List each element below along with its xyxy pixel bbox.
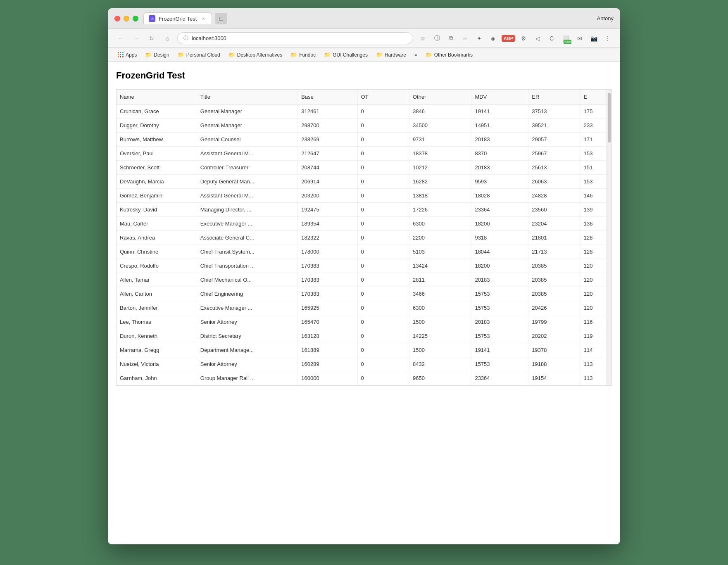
cell-name: Schroeder, Scott	[117, 161, 197, 175]
bookmark-design[interactable]: 📁 Design	[142, 50, 172, 59]
table-row: Quinn, ChristineChief Transit System...1…	[117, 245, 611, 259]
cell-name: Gomez, Benjamin	[117, 189, 197, 203]
cell-er: 23560	[528, 203, 580, 217]
minimize-button[interactable]	[124, 16, 129, 21]
col-header-name: Name	[117, 90, 197, 104]
cell-mdv: 14951	[471, 119, 528, 133]
table-row: Dugger, DorothyGeneral Manager2987000345…	[117, 119, 611, 133]
data-grid: Name Title Base OT Other MDV ER E Crunic…	[116, 89, 612, 386]
cell-mdv: 18044	[471, 245, 528, 259]
bookmark-fundoc[interactable]: 📁 Fundoc	[287, 50, 319, 59]
cell-title: District Secretary	[197, 329, 298, 343]
tab-title: FrozenGrid Test	[159, 16, 197, 22]
cell-title: Deputy General Man...	[197, 175, 298, 189]
cell-base: 170383	[298, 287, 357, 301]
cell-er: 20426	[528, 301, 580, 315]
forward-button[interactable]: →	[130, 33, 142, 44]
cell-ot: 0	[357, 245, 409, 259]
cell-base: 170383	[298, 273, 357, 287]
copy-icon[interactable]: ⧉	[445, 33, 457, 44]
camera-icon[interactable]: 📷	[588, 33, 600, 44]
folder-icon: 📁	[178, 52, 184, 58]
bookmark-star-icon[interactable]: ☆	[417, 33, 429, 44]
cell-mdv: 15753	[471, 329, 528, 343]
cell-name: Oversier, Paul	[117, 147, 197, 161]
back-nav-icon[interactable]: ◁	[532, 33, 543, 44]
extensions-icon[interactable]: ⚙	[518, 33, 529, 44]
new-icon[interactable]: ⬜ new	[560, 33, 571, 44]
cell-ot: 0	[357, 357, 409, 371]
cell-title: Chief Transit System...	[197, 245, 298, 259]
cell-er: 19799	[528, 315, 580, 329]
maximize-button[interactable]	[133, 16, 138, 21]
pocket-icon[interactable]: ◈	[488, 33, 499, 44]
apps-icon	[118, 52, 124, 58]
url-bar[interactable]: ⓘ localhost:3000	[177, 32, 413, 44]
cell-title: Senior Attorney	[197, 357, 298, 371]
cell-title: Assistant General M...	[197, 147, 298, 161]
cell-base: 165925	[298, 301, 357, 315]
mail-icon[interactable]: ✉	[574, 33, 585, 44]
back-button[interactable]: ←	[114, 33, 126, 44]
c-icon[interactable]: C	[546, 33, 557, 44]
cell-er: 25967	[528, 147, 580, 161]
menu-button[interactable]: ⋮	[602, 33, 614, 44]
cell-base: 298700	[298, 119, 357, 133]
cell-base: 178000	[298, 245, 357, 259]
reload-button[interactable]: ↻	[146, 33, 157, 44]
home-button[interactable]: ⌂	[162, 33, 173, 44]
bookmark-other[interactable]: 📁 Other Bookmarks	[422, 50, 476, 59]
vertical-scrollbar[interactable]	[607, 90, 611, 385]
cell-base: 238269	[298, 133, 357, 147]
active-tab[interactable]: ⚛ FrozenGrid Test ×	[143, 12, 212, 24]
folder-icon: 📁	[290, 52, 297, 58]
cell-mdv: 9318	[471, 231, 528, 245]
browser-window: ⚛ FrozenGrid Test × □ Antony ← → ↻ ⌂ ⓘ l…	[108, 8, 620, 544]
bookmark-hardware[interactable]: 📁 Hardware	[373, 50, 409, 59]
cell-mdv: 20183	[471, 315, 528, 329]
bookmark-personal-cloud[interactable]: 📁 Personal Cloud	[174, 50, 224, 59]
bookmark-more[interactable]: »	[411, 51, 421, 59]
cell-er: 20385	[528, 259, 580, 273]
close-button[interactable]	[114, 16, 120, 21]
cell-name: Dugger, Dorothy	[117, 119, 197, 133]
user-label: Antony	[597, 15, 614, 21]
bookmark-gui-challenges-label: GUI Challenges	[333, 52, 368, 58]
cell-base: 160000	[298, 371, 357, 385]
cell-name: Allen, Tamar	[117, 273, 197, 287]
cell-other: 10212	[409, 161, 471, 175]
table-row: Kutrosky, DavidManaging Director, ...192…	[117, 203, 611, 217]
page-title: FrozenGrid Test	[116, 70, 612, 81]
cell-other: 14225	[409, 329, 471, 343]
table-row: Allen, CarltonChief Engineering170383034…	[117, 287, 611, 301]
bookmark-apps[interactable]: Apps	[114, 51, 140, 59]
select-icon[interactable]: ✦	[473, 33, 485, 44]
cell-mdv: 23364	[471, 371, 528, 385]
bookmark-design-label: Design	[154, 52, 169, 58]
cell-base: 161889	[298, 343, 357, 357]
cell-name: Mau, Carter	[117, 217, 197, 231]
table-row: Duron, KennethDistrict Secretary16312801…	[117, 329, 611, 343]
info-icon[interactable]: ⓘ	[431, 33, 443, 44]
cell-other: 6300	[409, 301, 471, 315]
cell-base: 312461	[298, 104, 357, 119]
tab-close-button[interactable]: ×	[200, 15, 207, 22]
table-row: Schroeder, ScottController-Treasurer2087…	[117, 161, 611, 175]
col-header-title: Title	[197, 90, 298, 104]
cell-ot: 0	[357, 315, 409, 329]
screen-icon[interactable]: ▭	[459, 33, 471, 44]
cell-name: Nuetzel, Victoria	[117, 357, 197, 371]
bookmark-desktop-alternatives[interactable]: 📁 Desktop Alternatives	[225, 50, 285, 59]
cell-ot: 0	[357, 343, 409, 357]
folder-icon: 📁	[228, 52, 235, 58]
cell-other: 16282	[409, 175, 471, 189]
cell-other: 13424	[409, 259, 471, 273]
table-row: Marrama, GreggDepartment Manage...161889…	[117, 343, 611, 357]
adblock-badge[interactable]: ABP	[502, 35, 515, 42]
new-tab-button[interactable]: □	[215, 13, 227, 24]
scrollbar-thumb[interactable]	[608, 93, 611, 142]
bookmark-other-label: Other Bookmarks	[434, 52, 473, 58]
cell-base: 203200	[298, 189, 357, 203]
bookmark-gui-challenges[interactable]: 📁 GUI Challenges	[321, 50, 371, 59]
bookmark-hardware-label: Hardware	[385, 52, 406, 58]
